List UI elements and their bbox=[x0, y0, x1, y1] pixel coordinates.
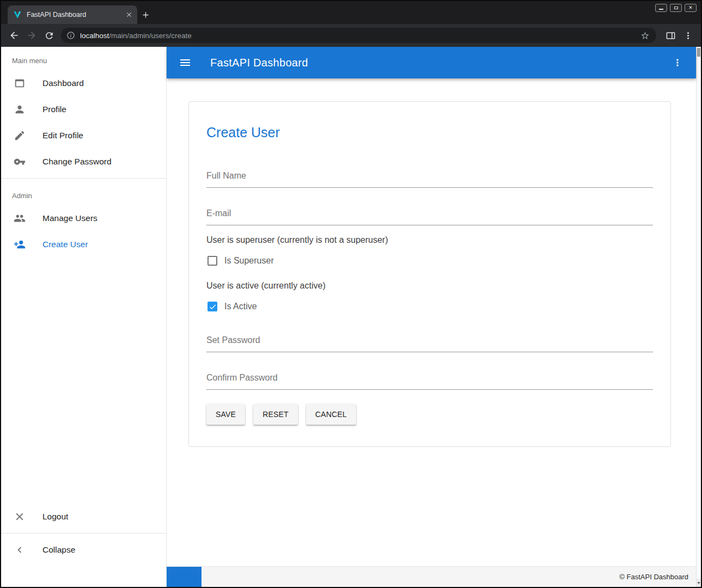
browser-toolbar: localhost/main/admin/users/create bbox=[1, 24, 701, 47]
person-add-icon bbox=[13, 238, 26, 251]
main-area: FastAPI Dashboard Create User User is su… bbox=[167, 47, 696, 587]
sidebar-item-edit-profile[interactable]: Edit Profile bbox=[1, 122, 166, 149]
fastapi-dashboard-favicon-icon bbox=[13, 10, 22, 19]
create-user-card: Create User User is superuser (currently… bbox=[188, 101, 671, 447]
app-menu-kebab-icon[interactable] bbox=[668, 53, 687, 72]
sidebar-item-manage-users[interactable]: Manage Users bbox=[1, 205, 166, 231]
save-button[interactable]: SAVE bbox=[206, 404, 245, 425]
is-superuser-checkbox[interactable] bbox=[207, 256, 217, 266]
down-arrow-icon bbox=[697, 582, 700, 584]
content-area: Create User User is superuser (currently… bbox=[167, 78, 696, 566]
tab-close-icon[interactable] bbox=[124, 10, 134, 20]
window-close-button[interactable]: ✕ bbox=[685, 4, 697, 12]
window-controls: ✕ bbox=[655, 4, 697, 12]
checkbox-label: Is Superuser bbox=[224, 256, 274, 266]
sidebar-section-admin: Admin bbox=[1, 182, 166, 205]
sidebar-item-label: Change Password bbox=[42, 157, 112, 167]
forward-button[interactable] bbox=[23, 27, 40, 44]
sidebar-item-label: Create User bbox=[42, 240, 88, 249]
full-name-input[interactable] bbox=[206, 168, 653, 188]
page: Main menu Dashboard Profile Edit Profile bbox=[1, 47, 701, 587]
close-x-icon bbox=[13, 510, 26, 523]
is-active-checkbox-row[interactable]: Is Active bbox=[206, 302, 653, 311]
sidebar: Main menu Dashboard Profile Edit Profile bbox=[1, 47, 167, 587]
browser-tab[interactable]: FastAPI Dashboard bbox=[8, 5, 137, 24]
minimize-icon bbox=[659, 9, 663, 10]
new-tab-button[interactable] bbox=[137, 7, 154, 23]
key-icon bbox=[13, 155, 26, 168]
browser-window: FastAPI Dashboard ✕ localhost/ bbox=[0, 0, 702, 588]
is-active-checkbox[interactable] bbox=[207, 302, 217, 311]
people-icon bbox=[13, 212, 26, 225]
side-panel-icon[interactable] bbox=[662, 27, 679, 44]
reload-button[interactable] bbox=[40, 27, 58, 44]
chevron-left-icon bbox=[13, 543, 26, 556]
footer-accent-block bbox=[167, 567, 202, 587]
sidebar-divider bbox=[1, 178, 166, 179]
vertical-scrollbar[interactable] bbox=[696, 47, 701, 587]
cancel-button[interactable]: CANCEL bbox=[306, 404, 356, 425]
form-actions: SAVE RESET CANCEL bbox=[206, 404, 653, 425]
browser-menu-kebab-icon[interactable] bbox=[679, 27, 697, 44]
app-footer: © FastAPI Dashboard bbox=[167, 566, 696, 587]
sidebar-item-label: Edit Profile bbox=[42, 131, 83, 140]
sidebar-item-label: Dashboard bbox=[42, 78, 84, 88]
sidebar-item-create-user[interactable]: Create User bbox=[1, 231, 166, 258]
tab-title: FastAPI Dashboard bbox=[27, 11, 124, 19]
footer-copyright-area: © FastAPI Dashboard bbox=[202, 567, 696, 587]
back-button[interactable] bbox=[5, 27, 23, 44]
is-superuser-checkbox-row[interactable]: Is Superuser bbox=[206, 256, 653, 266]
sidebar-item-label: Logout bbox=[42, 512, 68, 522]
sidebar-item-dashboard[interactable]: Dashboard bbox=[1, 70, 166, 96]
app-bar: FastAPI Dashboard bbox=[167, 47, 696, 78]
dashboard-icon bbox=[13, 77, 26, 90]
sidebar-section-main-menu: Main menu bbox=[1, 47, 166, 70]
maximize-icon bbox=[674, 7, 678, 9]
confirm-password-input[interactable] bbox=[206, 370, 653, 390]
url-host: localhost bbox=[80, 32, 109, 40]
reset-button[interactable]: RESET bbox=[253, 404, 298, 425]
browser-titlebar: FastAPI Dashboard ✕ bbox=[1, 1, 701, 24]
person-icon bbox=[13, 103, 26, 116]
hamburger-menu-icon[interactable] bbox=[175, 53, 195, 72]
page-title: Create User bbox=[206, 125, 653, 140]
sidebar-item-collapse[interactable]: Collapse bbox=[1, 537, 166, 563]
email-input[interactable] bbox=[206, 205, 653, 225]
scrollbar-down-arrow[interactable] bbox=[697, 579, 701, 587]
window-maximize-button[interactable] bbox=[670, 4, 682, 12]
close-icon: ✕ bbox=[688, 5, 693, 10]
window-minimize-button[interactable] bbox=[655, 4, 667, 12]
sidebar-spacer bbox=[1, 258, 166, 504]
url-path: /main/admin/users/create bbox=[109, 32, 192, 40]
superuser-hint: User is superuser (currently is not a su… bbox=[206, 235, 653, 245]
sidebar-item-logout[interactable]: Logout bbox=[1, 504, 166, 530]
page-info-icon[interactable] bbox=[66, 31, 75, 40]
sidebar-item-label: Profile bbox=[42, 105, 66, 114]
sidebar-item-change-password[interactable]: Change Password bbox=[1, 149, 166, 175]
sidebar-item-profile[interactable]: Profile bbox=[1, 96, 166, 122]
pencil-icon bbox=[13, 129, 26, 142]
footer-copyright: © FastAPI Dashboard bbox=[619, 573, 688, 581]
checkbox-label: Is Active bbox=[224, 302, 257, 311]
scrollbar-thumb[interactable] bbox=[697, 48, 700, 57]
set-password-input[interactable] bbox=[206, 332, 653, 352]
sidebar-divider bbox=[1, 533, 166, 534]
sidebar-item-label: Collapse bbox=[42, 545, 75, 555]
bookmark-star-icon[interactable] bbox=[640, 31, 650, 40]
url-text: localhost/main/admin/users/create bbox=[80, 32, 640, 40]
active-hint: User is active (currently active) bbox=[206, 281, 653, 291]
app-title: FastAPI Dashboard bbox=[210, 57, 308, 69]
sidebar-item-label: Manage Users bbox=[42, 213, 97, 223]
address-bar[interactable]: localhost/main/admin/users/create bbox=[61, 28, 656, 43]
